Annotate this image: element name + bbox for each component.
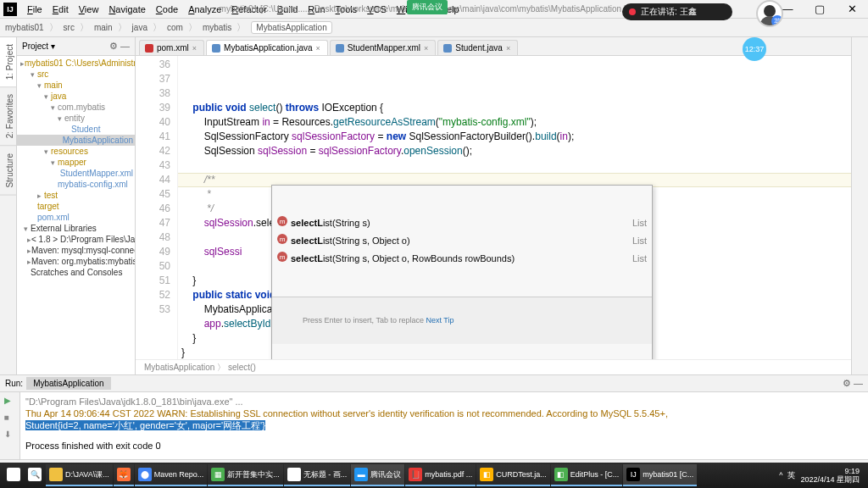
tree-node[interactable]: StudentMapper.xml [17,168,135,179]
stop-icon[interactable]: ■ [4,413,16,424]
run-settings-icon[interactable]: ⚙ — [843,378,863,389]
breadcrumb-item[interactable]: mybatis01 [5,23,44,32]
avatar[interactable]: 英 [756,0,783,27]
windows-taskbar: ⊞🔍D:\JAVA\课...🦊⬤Maven Repo...▦新开普集中实...⬤… [0,463,868,488]
console-line: Thu Apr 14 09:06:44 CST 2022 WARN: Estab… [25,408,863,419]
tree-node[interactable]: Student [17,124,135,135]
tree-node[interactable]: pom.xml [17,212,135,223]
menu-edit[interactable]: Edit [47,3,74,16]
run-label: Run: [5,379,23,388]
meeting-overlay-tag: 腾讯会议 [407,0,448,14]
breadcrumb-item[interactable]: MybatisApplication [251,21,331,34]
panel-title[interactable]: Project ▾ [22,42,55,51]
mic-indicator-icon [629,8,636,15]
tree-node[interactable]: target [17,201,135,212]
taskbar-item[interactable]: ⬤无标题 - 画... [284,464,351,486]
breadcrumb-item[interactable]: mybatis [203,23,231,32]
tree-node[interactable]: MybatisApplication [17,135,135,146]
app-icon: IJ [3,3,17,16]
taskbar-item[interactable]: 🔍 [25,464,45,486]
taskbar-item[interactable]: 📕mybatis.pdf ... [405,464,476,486]
tray-expand-icon[interactable]: ^ [779,471,782,480]
tray-ime[interactable]: 英 [787,470,795,481]
tree-node[interactable]: ▸mybatis01 C:\Users\Administrator\D [17,58,135,69]
tool-tab[interactable]: 2: Favorites [0,87,16,146]
tree-node[interactable]: ▾com.mybatis [17,102,135,113]
suggestion-item[interactable]: mselectList(String s, Object o)List [272,232,652,250]
tool-tab[interactable]: 1: Project [0,37,16,87]
project-panel-header: Project ▾ ⚙ — [17,37,135,56]
close-tab-icon[interactable]: × [506,44,510,53]
tree-node[interactable]: ▾main [17,80,135,91]
project-tree[interactable]: ▸mybatis01 C:\Users\Administrator\D▾src▾… [17,56,135,280]
taskbar-item[interactable]: ▬腾讯会议 [351,464,404,486]
console-output[interactable]: "D:\Program Files\Java\jdk1.8.0_181\bin\… [20,392,868,459]
close-tab-icon[interactable]: × [316,44,320,53]
system-tray[interactable]: ^ 英 9:19 2022/4/14 星期四 [779,467,865,484]
suggestion-item[interactable]: mselectList(String s)List [272,214,652,232]
suggestion-item[interactable]: mselectList(String s, Object o, RowBound… [272,250,652,268]
tree-node[interactable]: ▾entity [17,113,135,124]
taskbar-item[interactable]: ◧EditPlus - [C... [551,464,623,486]
breadcrumb-item[interactable]: src [64,23,75,32]
code-area[interactable]: public void select() throws IOException … [178,56,851,359]
taskbar-item[interactable]: D:\JAVA\课... [46,464,113,486]
timer-bubble: 12:37 [743,37,766,61]
taskbar-item[interactable]: ▦新开普集中实... [208,464,283,486]
nav-breadcrumb: mybatis01〉src〉main〉java〉com〉mybatis〉Myba… [0,19,868,37]
tree-node[interactable]: ▸< 1.8 > D:\Program Files\Java\jd [17,234,135,245]
menu-navigate[interactable]: Navigate [103,3,150,16]
tree-node[interactable]: ▾External Libraries [17,223,135,234]
close-button[interactable]: ✕ [839,3,865,15]
tray-time[interactable]: 9:19 [844,467,860,475]
editor-tab[interactable]: StudentMapper.xml× [330,40,436,55]
run-toolbar: ▶ ■ ⬇ [0,392,20,459]
run-tool-window: Run: MybatisApplication ⚙ — ▶ ■ ⬇ "D:\Pr… [0,374,868,459]
tree-node[interactable]: ▸Maven: org.mybatis:mybatis:3.5.6 [17,256,135,267]
next-tip-link[interactable]: Next Tip [426,316,453,324]
taskbar-item[interactable]: ⊞ [3,464,24,486]
editor-tab[interactable]: pom.xml× [139,40,204,55]
editor[interactable]: 363738394041424344454647484950515253 pub… [136,56,851,359]
taskbar-item[interactable]: ◧CURDTest.ja... [476,464,550,486]
tree-node[interactable]: Scratches and Consoles [17,267,135,278]
taskbar-item[interactable]: ⬤Maven Repo... [135,464,208,486]
tree-node[interactable]: ▾java [17,91,135,102]
rerun-icon[interactable]: ▶ [4,396,16,408]
console-line: Process finished with exit code 0 [25,440,863,452]
tree-node[interactable]: ▸Maven: mysql:mysql-connector-ja [17,245,135,256]
tray-date[interactable]: 2022/4/14 星期四 [800,475,860,484]
autocomplete-hint: Press Enter to insert, Tab to replace Ne… [272,297,652,344]
tree-node[interactable]: mybatis-config.xml [17,179,135,190]
tree-node[interactable]: ▾src [17,69,135,80]
left-tool-strip: 1: Project2: FavoritesStructure [0,37,17,374]
panel-settings-icon[interactable]: ⚙ — [109,41,130,52]
editor-tab[interactable]: Student.java× [437,40,518,55]
menu-view[interactable]: View [74,3,104,16]
console-line: "D:\Program Files\Java\jdk1.8.0_181\bin\… [25,396,863,408]
down-icon[interactable]: ⬇ [4,430,16,441]
speaking-overlay: 正在讲话: 王鑫 [622,3,732,20]
right-tool-strip [851,37,868,374]
close-tab-icon[interactable]: × [424,44,428,53]
tree-node[interactable]: ▸test [17,190,135,201]
tree-node[interactable]: ▾resources [17,146,135,157]
editor-tab[interactable]: MybatisApplication.java× [206,40,328,55]
menu-code[interactable]: Code [151,3,183,16]
menu-file[interactable]: File [22,3,47,16]
breadcrumb-item[interactable]: com [167,23,183,32]
breadcrumb-item[interactable]: java [132,23,147,32]
breadcrumb-item[interactable]: main [94,23,113,32]
run-tab[interactable]: MybatisApplication [26,377,110,390]
editor-breadcrumb[interactable]: MybatisApplication 〉 select() [136,359,851,374]
line-gutter: 363738394041424344454647484950515253 [136,56,178,359]
project-panel: Project ▾ ⚙ — ▸mybatis01 C:\Users\Admini… [17,37,136,374]
tool-tab[interactable]: Structure [0,147,16,196]
maximize-button[interactable]: ▢ [807,3,832,15]
taskbar-item[interactable]: IJmybatis01 [C... [623,464,697,486]
close-tab-icon[interactable]: × [192,44,197,53]
speaking-text: 正在讲话: 王鑫 [641,6,697,18]
taskbar-item[interactable]: 🦊 [114,464,134,486]
tree-node[interactable]: ▾mapper [17,157,135,168]
autocomplete-popup[interactable]: mselectList(String s)ListmselectList(Str… [271,185,653,359]
